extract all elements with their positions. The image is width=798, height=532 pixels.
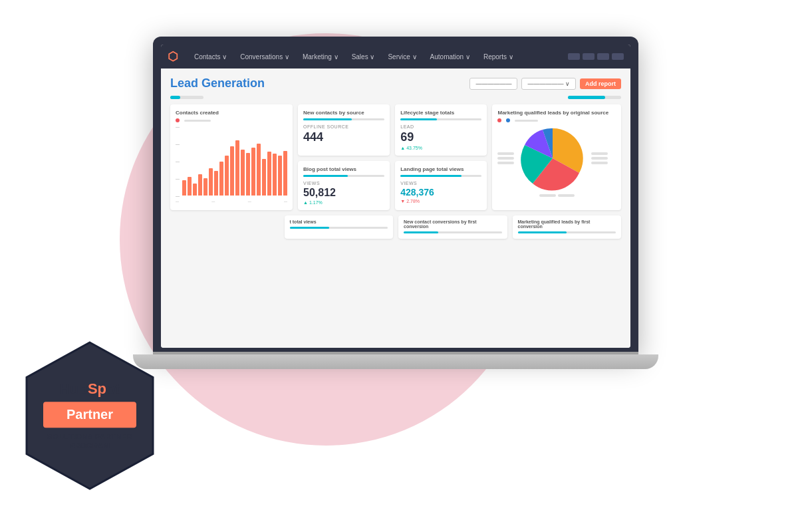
nav-dot-4: [612, 53, 624, 60]
bar-12: [241, 150, 245, 196]
hubspot-logo-icon: ⬡: [168, 49, 182, 64]
legend-bar-gray: [184, 120, 211, 122]
lifecycle-subtitle: LEAD: [400, 124, 481, 129]
bar-16: [262, 159, 266, 196]
nav-dot-2: [583, 53, 595, 60]
new-contacts-title: New contacts by source: [303, 110, 384, 116]
progress-bar-2-fill: [568, 96, 605, 99]
blog-views-card: Blog post total views VIEWS 50,812 ▲ 1.1…: [298, 161, 390, 210]
bar-chart-area: — — — — —: [176, 125, 287, 198]
new-contacts-card: New contacts by source OFFLINE SOURCE 44…: [298, 104, 390, 156]
bar-14: [251, 148, 255, 196]
nav-service[interactable]: Service ∨: [384, 52, 420, 62]
conversions-bar: [404, 231, 502, 233]
partner-badge: HubSpot Partner SOLUTIONS PARTNERPROGRAM: [20, 339, 160, 492]
lifecycle-bar: [400, 118, 481, 120]
total-views-card: t total views: [285, 215, 394, 239]
contacts-bar: [303, 118, 384, 120]
bottom-cards-grid: t total views New contact conversions by…: [170, 215, 621, 239]
pie-legend-bar: [515, 120, 538, 122]
blog-views-title: Blog post total views: [303, 166, 384, 172]
bar-18: [273, 154, 277, 196]
contact-conversions-card: New contact conversions by first convers…: [398, 215, 507, 239]
legend-dot-red: [176, 118, 180, 122]
nav-conversations[interactable]: Conversations ∨: [236, 52, 293, 62]
bar-2: [188, 177, 192, 196]
legend-item-3: [497, 162, 514, 164]
lifecycle-title: Lifecycle stage totals: [400, 110, 481, 116]
total-views-bar: [290, 227, 388, 229]
bar-13: [246, 153, 250, 196]
ot-text: ot: [106, 380, 120, 397]
nav-marketing[interactable]: Marketing ∨: [299, 52, 342, 62]
bar-19: [278, 156, 282, 196]
landing-views-subtitle: VIEWS: [400, 181, 481, 186]
landing-views-title: Landing page total views: [400, 166, 481, 172]
filter-button-2[interactable]: —————— ∨: [521, 78, 576, 90]
landing-views-value: 428,376: [400, 187, 481, 198]
navbar-right-actions: [568, 53, 624, 60]
legend-item-4: [591, 152, 608, 155]
contacts-created-card: Contacts created — — — —: [170, 104, 293, 210]
mql-first-conversion-card: Marketing qualified leads by first conve…: [513, 215, 622, 239]
blog-views-subtitle: VIEWS: [303, 181, 384, 186]
hub-text: Hub: [59, 380, 88, 397]
dashboard-title: Lead Generation: [170, 76, 265, 90]
bar-chart: [182, 132, 287, 198]
laptop-base: [133, 354, 658, 369]
laptop-mockup: ⬡ Contacts ∨ Conversations ∨ Marketing ∨…: [153, 37, 658, 389]
mql-pie-card: Marketing qualified leads by original so…: [492, 104, 621, 210]
bar-6: [209, 168, 213, 196]
laptop-screen: ⬡ Contacts ∨ Conversations ∨ Marketing ∨…: [153, 37, 638, 356]
bar-5: [203, 178, 207, 196]
nav-dot-3: [597, 53, 609, 60]
main-cards-grid: Contacts created — — — —: [170, 104, 621, 210]
blog-views-value: 50,812: [303, 187, 384, 199]
filter-button-1[interactable]: ——————: [469, 78, 517, 90]
legend-item-5: [591, 157, 608, 160]
nav-dot-1: [568, 53, 580, 60]
pie-left-legend: [497, 152, 514, 164]
landing-views-bar: [400, 175, 481, 177]
bar-20: [283, 151, 287, 196]
legend-item-6: [591, 162, 608, 164]
pie-legend-dot-red: [497, 118, 501, 122]
bar-17: [267, 152, 271, 196]
total-views-title: t total views: [290, 219, 388, 224]
chart-legend: [176, 118, 287, 122]
bar-11: [235, 140, 239, 196]
badge-program-text: SOLUTIONS PARTNERPROGRAM: [40, 432, 140, 451]
bar-8: [219, 162, 223, 196]
spot-text: Sp: [88, 380, 106, 397]
progress-bar-2-wrap: [568, 96, 621, 99]
bar-7: [214, 171, 218, 196]
bar-10: [230, 146, 234, 196]
add-report-button[interactable]: Add report: [580, 78, 621, 89]
nav-sales[interactable]: Sales ∨: [348, 52, 379, 62]
contacts-subtitle: OFFLINE SOURCE: [303, 124, 384, 129]
pie-legend-dot-blue: [506, 118, 510, 122]
dashboard-content: Lead Generation —————— —————— ∨ Add repo…: [161, 68, 630, 348]
nav-automation[interactable]: Automation ∨: [426, 52, 474, 62]
contact-conversions-title: New contact conversions by first convers…: [404, 219, 502, 229]
lifecycle-card: Lifecycle stage totals LEAD 69 ▲ 43.75%: [395, 104, 487, 156]
pie-chart-svg: [519, 125, 586, 192]
legend-item-2: [497, 157, 514, 160]
progress-bar-section: [170, 96, 621, 99]
bar-9: [225, 156, 229, 196]
progress-bar-1-fill: [170, 96, 180, 99]
nav-reports[interactable]: Reports ∨: [479, 52, 517, 62]
pie-right-legend: [591, 152, 608, 164]
bar-15: [257, 144, 261, 196]
nav-contacts[interactable]: Contacts ∨: [190, 52, 231, 62]
legend-item-1: [497, 152, 514, 155]
pie-bottom-legend: [497, 194, 616, 197]
dashboard-header: Lead Generation —————— —————— ∨ Add repo…: [170, 76, 621, 90]
landing-views-change: ▼ 2.78%: [400, 199, 481, 203]
landing-views-card: Landing page total views VIEWS 428,376 ▼…: [395, 161, 487, 210]
mql-conversion-bar: [518, 231, 616, 233]
screen-content: ⬡ Contacts ∨ Conversations ∨ Marketing ∨…: [161, 45, 630, 348]
badge-hubspot-wordmark: HubSpot: [40, 380, 140, 398]
bottom-spacer: [170, 215, 279, 239]
blog-views-change: ▲ 1.17%: [303, 200, 384, 205]
